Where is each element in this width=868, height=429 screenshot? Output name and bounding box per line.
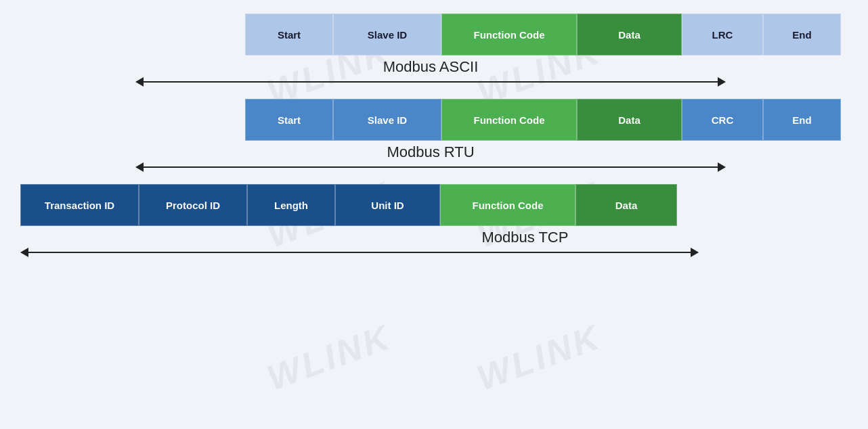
- tcp-frame: Transaction ID Protocol ID Length Unit I…: [20, 184, 677, 226]
- tcp-length-cell: Length: [247, 184, 335, 226]
- ascii-arrow-left: [135, 77, 144, 87]
- ascii-arrow-right: [718, 77, 726, 87]
- rtu-frame: Start Slave ID Function Code Data CRC En…: [245, 99, 841, 141]
- rtu-start-cell: Start: [245, 99, 333, 141]
- rtu-arrow-right: [718, 162, 726, 172]
- ascii-data-cell: Data: [577, 14, 682, 55]
- tcp-arrow-shaft: [28, 252, 691, 253]
- tcp-protocol-name: Modbus TCP: [481, 229, 568, 246]
- ascii-slaveid-cell: Slave ID: [333, 14, 441, 55]
- ascii-row: Start Slave ID Function Code Data LRC En…: [20, 14, 848, 92]
- rtu-data-cell: Data: [577, 99, 682, 141]
- ascii-frame: Start Slave ID Function Code Data LRC En…: [245, 14, 841, 55]
- tcp-data-cell: Data: [576, 184, 677, 226]
- rtu-arrow-left: [135, 162, 144, 172]
- tcp-unitid-cell: Unit ID: [335, 184, 440, 226]
- tcp-row: Transaction ID Protocol ID Length Unit I…: [20, 184, 848, 263]
- ascii-end-cell: End: [763, 14, 841, 55]
- tcp-arrow: [20, 248, 699, 257]
- tcp-arrow-label: Modbus TCP: [20, 229, 848, 257]
- watermark-text: WLINK: [261, 317, 396, 399]
- rtu-functioncode-cell: Function Code: [441, 99, 577, 141]
- tcp-arrow-right: [691, 248, 699, 257]
- tcp-protocolid-cell: Protocol ID: [139, 184, 247, 226]
- rtu-arrow-label: Modbus RTU: [20, 143, 841, 172]
- tcp-arrow-left: [20, 248, 28, 257]
- ascii-arrow-shaft: [144, 81, 718, 83]
- ascii-protocol-name: Modbus ASCII: [383, 58, 479, 76]
- ascii-arrow: [135, 77, 726, 87]
- rtu-row: Start Slave ID Function Code Data CRC En…: [20, 99, 848, 177]
- tcp-functioncode-cell: Function Code: [440, 184, 576, 226]
- ascii-start-cell: Start: [245, 14, 333, 55]
- rtu-end-cell: End: [763, 99, 841, 141]
- main-content: Start Slave ID Function Code Data LRC En…: [0, 0, 868, 283]
- tcp-transactionid-cell: Transaction ID: [20, 184, 139, 226]
- ascii-arrow-label: Modbus ASCII: [20, 58, 841, 87]
- watermark-text: WLINK: [471, 317, 606, 399]
- ascii-functioncode-cell: Function Code: [441, 14, 577, 55]
- rtu-crc-cell: CRC: [682, 99, 763, 141]
- rtu-arrow: [135, 162, 726, 172]
- ascii-lrc-cell: LRC: [682, 14, 763, 55]
- rtu-arrow-shaft: [144, 166, 718, 168]
- rtu-protocol-name: Modbus RTU: [387, 143, 474, 161]
- rtu-slaveid-cell: Slave ID: [333, 99, 441, 141]
